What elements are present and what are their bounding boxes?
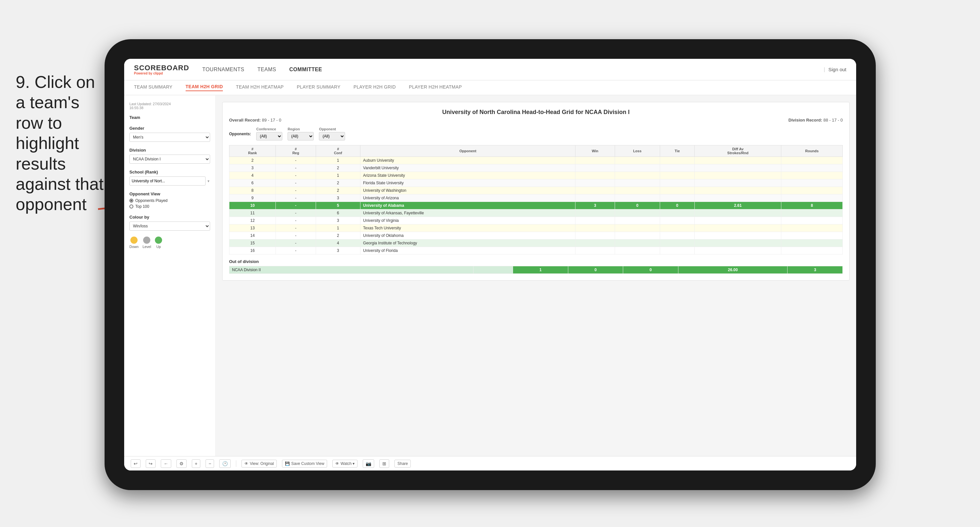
gender-select[interactable]: Men's xyxy=(129,133,210,142)
school-input[interactable] xyxy=(129,177,205,186)
legend-row: Down Level Up xyxy=(129,237,210,248)
undo-button[interactable]: ↩ xyxy=(131,459,140,468)
logo-text: SCOREBOARD xyxy=(134,64,189,72)
region-filter: Region (All) xyxy=(288,127,314,140)
clock-button[interactable]: 🕐 xyxy=(219,459,231,468)
opponents-played-label: Opponents Played xyxy=(135,198,168,203)
subnav-team-summary[interactable]: TEAM SUMMARY xyxy=(134,84,173,91)
redo-icon: ↪ xyxy=(149,461,153,466)
legend-up-label: Up xyxy=(156,245,161,248)
table-row[interactable]: 9-3University of Arizona xyxy=(229,194,843,202)
ood-rounds: 3 xyxy=(788,266,843,274)
gender-label: Gender xyxy=(129,126,210,131)
top-100-radio[interactable] xyxy=(129,205,133,209)
grid-button[interactable]: ⊞ xyxy=(379,459,389,468)
col-reg: #Reg xyxy=(276,145,316,157)
table-row[interactable]: 4-1Arizona State University xyxy=(229,172,843,179)
step-number: 9. xyxy=(16,73,30,91)
legend-up-dot xyxy=(155,237,162,244)
opponent-select[interactable]: (All) xyxy=(319,132,345,140)
share-button[interactable]: Share xyxy=(395,460,411,468)
logo-area: SCOREBOARD Powered by clippd xyxy=(134,64,189,75)
table-row[interactable]: 14-2University of Oklahoma xyxy=(229,232,843,239)
out-of-division-header: Out of division xyxy=(229,259,843,264)
subnav-team-h2h-heatmap[interactable]: TEAM H2H HEATMAP xyxy=(236,84,284,91)
opponent-filter: Opponent (All) xyxy=(319,127,345,140)
table-row[interactable]: 3-2Vanderbilt University xyxy=(229,164,843,172)
top-nav: SCOREBOARD Powered by clippd TOURNAMENTS… xyxy=(124,59,856,80)
table-row[interactable]: 2-1Auburn University xyxy=(229,157,843,164)
settings-button[interactable]: ⚙ xyxy=(177,459,186,468)
records-row: Overall Record: 89 - 17 - 0 Division Rec… xyxy=(229,118,843,123)
col-win: Win xyxy=(576,145,615,157)
opponents-played-radio[interactable] xyxy=(129,199,133,202)
subnav-player-summary[interactable]: PLAYER SUMMARY xyxy=(297,84,340,91)
watch-button[interactable]: 👁 Watch ▾ xyxy=(332,460,358,468)
table-row[interactable]: 12-3University of Virginia xyxy=(229,217,843,224)
table-row[interactable]: 6-2Florida State University xyxy=(229,179,843,187)
table-row[interactable]: 13-1Texas Tech University xyxy=(229,224,843,232)
opponents-filter-label: Opponents: xyxy=(229,132,251,136)
redo-button[interactable]: ↪ xyxy=(146,459,156,468)
division-select[interactable]: NCAA Division I xyxy=(129,154,210,164)
minus-button[interactable]: − xyxy=(205,459,214,468)
col-conf: #Conf xyxy=(316,145,360,157)
colour-by-select[interactable]: Win/loss xyxy=(129,221,210,231)
ood-table: NCAA Division II 1 0 0 26.00 3 xyxy=(229,266,843,274)
ood-loss: 0 xyxy=(568,266,623,274)
nav-separator: | xyxy=(824,67,825,73)
minus-icon: − xyxy=(208,461,211,466)
opponents-played-option[interactable]: Opponents Played xyxy=(129,198,210,203)
sidebar-division-section: Division NCAA Division I xyxy=(129,148,210,164)
conference-filter: Conference (All) xyxy=(256,127,282,140)
nav-teams[interactable]: TEAMS xyxy=(258,67,277,73)
legend-level-label: Level xyxy=(143,245,151,248)
grid-container: University of North Carolina Head-to-Hea… xyxy=(222,102,850,281)
subnav-player-h2h-heatmap[interactable]: PLAYER H2H HEATMAP xyxy=(409,84,462,91)
legend-up: Up xyxy=(155,237,162,248)
table-row[interactable]: 16-3University of Florida xyxy=(229,247,843,255)
sidebar: Last Updated: 27/03/2024 16:55:38 Team G… xyxy=(124,96,216,456)
division-record: Division Record: 88 - 17 - 0 xyxy=(789,118,843,123)
back-icon: ← xyxy=(164,461,168,466)
save-custom-label: Save Custom View xyxy=(291,461,324,466)
table-row[interactable]: 11-6University of Arkansas, Fayetteville xyxy=(229,209,843,217)
ood-win: 1 xyxy=(513,266,568,274)
col-diff: Diff AvStrokes/Rnd xyxy=(694,145,781,157)
col-rounds: Rounds xyxy=(781,145,843,157)
colour-by-label: Colour by xyxy=(129,215,210,220)
subnav-team-h2h-grid[interactable]: TEAM H2H GRID xyxy=(186,84,223,91)
region-select[interactable]: (All) xyxy=(288,132,314,140)
step-description: Click on a team's row to highlight resul… xyxy=(16,73,103,214)
col-tie: Tie xyxy=(660,145,694,157)
overall-record: Overall Record: 89 - 17 - 0 xyxy=(229,118,282,123)
watch-icon: 👁 xyxy=(335,461,339,466)
ood-row[interactable]: NCAA Division II 1 0 0 26.00 3 xyxy=(229,266,843,274)
logo-sub: Powered by clippd xyxy=(134,72,189,75)
grid-title: University of North Carolina Head-to-Hea… xyxy=(229,109,843,116)
ood-division: NCAA Division II xyxy=(229,266,474,274)
last-updated: Last Updated: 27/03/2024 16:55:38 xyxy=(129,102,210,110)
sidebar-colour-section: Colour by Win/loss xyxy=(129,215,210,231)
top-100-label: Top 100 xyxy=(135,204,150,209)
conference-select[interactable]: (All) xyxy=(256,132,282,140)
share-label: Share xyxy=(397,461,408,466)
camera-button[interactable]: 📷 xyxy=(363,459,374,468)
nav-committee[interactable]: COMMITTEE xyxy=(289,67,322,73)
school-label: School (Rank) xyxy=(129,170,210,175)
table-row[interactable]: 15-4Georgia Institute of Technology xyxy=(229,239,843,247)
table-row[interactable]: 10-5University of Alabama3002.618 xyxy=(229,202,843,209)
instruction-text: 9. Click on a team's row to highlight re… xyxy=(16,72,104,215)
team-label: Team xyxy=(129,115,210,120)
save-custom-button[interactable]: 💾 Save Custom View xyxy=(282,460,327,468)
add-button[interactable]: + xyxy=(192,459,200,468)
subnav-player-h2h-grid[interactable]: PLAYER H2H GRID xyxy=(353,84,396,91)
sign-out-button[interactable]: Sign out xyxy=(828,67,846,72)
table-row[interactable]: 8-2University of Washington xyxy=(229,187,843,194)
nav-tournaments[interactable]: TOURNAMENTS xyxy=(202,67,244,73)
top-100-option[interactable]: Top 100 xyxy=(129,204,210,209)
view-icon: 👁 xyxy=(244,461,248,466)
col-loss: Loss xyxy=(615,145,660,157)
back-button[interactable]: ← xyxy=(161,459,171,468)
view-original-button[interactable]: 👁 View: Original xyxy=(242,460,277,468)
